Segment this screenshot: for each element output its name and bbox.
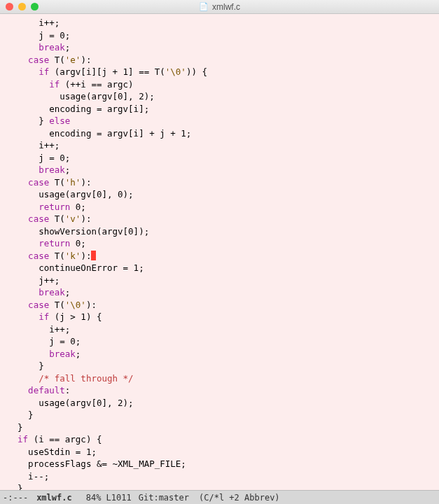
- code-line: usage(argv[0], 0);: [7, 189, 134, 200]
- code-line: i--;: [7, 471, 49, 482]
- code-text: ):: [81, 177, 91, 188]
- code-line: i++;: [7, 140, 60, 150]
- status-position: 84% L1011: [86, 493, 132, 503]
- code-line: i++;: [7, 18, 60, 28]
- char-literal: '\0': [165, 66, 186, 77]
- code-line: j = 0;: [7, 336, 81, 346]
- keyword-break: break: [7, 287, 65, 298]
- keyword-break: break: [7, 164, 65, 175]
- code-text: )) {: [186, 66, 207, 77]
- code-text: (j > 1) {: [49, 312, 102, 322]
- statusbar: -:--- xmlwf.c 84% L1011 Git:master (C/*l…: [0, 490, 439, 504]
- status-git: Git:master: [139, 493, 189, 503]
- code-line: j = 0;: [7, 30, 70, 41]
- code-text: 0;: [70, 238, 86, 248]
- code-line: }: [7, 483, 23, 490]
- code-line: showVersion(argv[0]);: [7, 226, 149, 237]
- keyword-return: return: [7, 202, 70, 212]
- code-line: encoding = argv[i] + j + 1;: [7, 128, 191, 139]
- code-text: T(: [49, 214, 65, 224]
- keyword-case: case: [7, 251, 49, 261]
- char-literal: '\0': [65, 300, 86, 310]
- code-line: }: [7, 360, 44, 371]
- code-line: processFlags &= ~XML_MAP_FILE;: [7, 458, 186, 469]
- code-text: T(: [49, 177, 65, 188]
- keyword-if: if: [7, 434, 28, 444]
- code-text: :: [65, 385, 71, 396]
- code-line: j++;: [7, 275, 60, 286]
- file-icon: 📄: [199, 2, 209, 11]
- keyword-return: return: [7, 238, 70, 248]
- comment: /* fall through */: [7, 373, 134, 384]
- keyword-case: case: [7, 55, 49, 65]
- titlebar: 📄 xmlwf.c: [0, 0, 439, 14]
- status-modified: -:---: [3, 493, 28, 503]
- code-text: ;: [76, 349, 81, 359]
- code-text: T(: [49, 300, 65, 310]
- keyword-break: break: [7, 349, 76, 359]
- keyword-break: break: [7, 42, 65, 52]
- keyword-if: if: [7, 79, 60, 90]
- code-text: ):: [86, 300, 97, 310]
- code-text: (argv[i][j + 1] == T(: [49, 66, 165, 77]
- code-text: (++i == argc): [60, 79, 133, 90]
- keyword-case: case: [7, 177, 49, 188]
- code-text: ):: [81, 55, 91, 65]
- char-literal: 'k': [65, 251, 81, 261]
- code-text: T(: [49, 251, 65, 261]
- cursor: [91, 251, 96, 260]
- keyword-else: else: [49, 115, 70, 126]
- code-text: (i == argc) {: [28, 434, 102, 444]
- code-line: i++;: [7, 324, 70, 335]
- code-text: 0;: [70, 202, 86, 212]
- code-text: ):: [81, 251, 91, 261]
- code-line: }: [7, 410, 34, 420]
- code-text: ;: [65, 42, 71, 52]
- code-line: usage(argv[0], 2);: [7, 398, 134, 408]
- code-line: useStdin = 1;: [7, 447, 97, 457]
- code-line: }: [7, 422, 23, 433]
- code-line: usage(argv[0], 2);: [7, 91, 155, 102]
- status-filename: xmlwf.c: [36, 493, 72, 503]
- status-mode: (C/*l +2 Abbrev): [199, 493, 280, 503]
- char-literal: 'h': [65, 177, 81, 188]
- keyword-case: case: [7, 214, 49, 224]
- code-text: ;: [65, 164, 71, 175]
- keyword-if: if: [7, 312, 49, 322]
- keyword-if: if: [7, 66, 49, 77]
- code-line: encoding = argv[i];: [7, 104, 149, 114]
- editor-area[interactable]: i++; j = 0; break; case T('e'): if (argv…: [0, 14, 439, 490]
- code-text: ;: [65, 287, 71, 298]
- code-line: continueOnError = 1;: [7, 262, 144, 273]
- code-line: j = 0;: [7, 153, 70, 163]
- keyword-case: case: [7, 300, 49, 310]
- char-literal: 'v': [65, 214, 81, 224]
- window-title: 📄 xmlwf.c: [0, 2, 439, 12]
- code-text: ):: [81, 214, 91, 224]
- keyword-default: default: [7, 385, 65, 396]
- char-literal: 'e': [65, 55, 81, 65]
- code-text: }: [7, 115, 49, 126]
- code-text: T(: [49, 55, 65, 65]
- title-filename: xmlwf.c: [212, 2, 240, 12]
